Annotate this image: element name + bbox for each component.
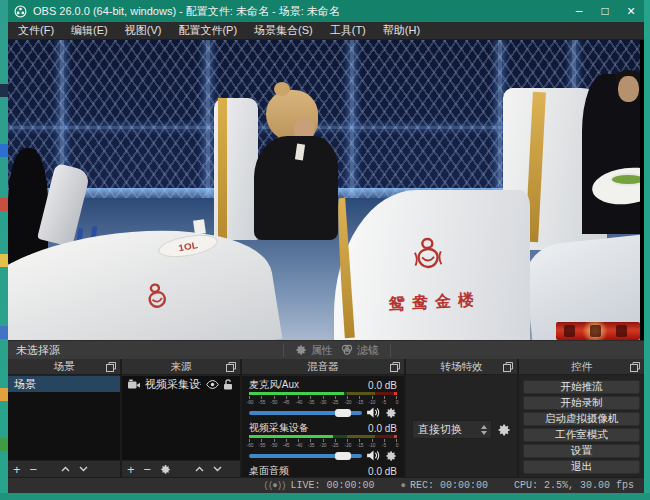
remove-scene-button[interactable]: −	[30, 463, 38, 476]
menu-profile[interactable]: 配置文件(P)	[178, 23, 237, 38]
sources-list: 视频采集设备 + −	[122, 376, 240, 477]
scenes-list: 场景 + −	[8, 376, 120, 477]
exit-button[interactable]: 退出	[523, 460, 640, 474]
controls-body: 开始推流 开始录制 启动虚拟摄像机 工作室模式 设置 退出	[519, 376, 644, 477]
scenes-toolbar: + −	[8, 460, 120, 477]
volume-meter	[249, 392, 397, 395]
start-streaming-button[interactable]: 开始推流	[523, 380, 640, 394]
channel-name: 麦克风/Aux	[249, 378, 299, 392]
menu-tools[interactable]: 工具(T)	[330, 23, 366, 38]
channel-name: 桌面音频	[249, 464, 289, 477]
filters-button[interactable]: 滤镜	[337, 343, 383, 358]
source-down-button[interactable]	[213, 466, 222, 472]
wall-frame	[498, 40, 502, 200]
source-context-toolbar: 未选择源 属性 滤镜	[8, 340, 644, 359]
lock-icon[interactable]	[224, 379, 234, 390]
transition-gear-icon[interactable]	[497, 423, 511, 437]
properties-button[interactable]: 属性	[291, 343, 337, 358]
popout-icon[interactable]	[106, 362, 116, 372]
start-virtual-camera-button[interactable]: 启动虚拟摄像机	[523, 412, 640, 426]
source-properties-button[interactable]	[160, 464, 171, 475]
menu-help[interactable]: 帮助(H)	[383, 23, 420, 38]
status-bar: ((●)) LIVE: 00:00:00 ● REC: 00:00:00 CPU…	[8, 477, 644, 493]
channel-gear-icon[interactable]	[385, 450, 397, 462]
mixer-title: 混音器	[307, 360, 339, 374]
volume-slider-handle[interactable]	[335, 409, 351, 417]
visibility-eye-icon[interactable]	[206, 380, 219, 389]
video-capture-icon	[128, 379, 140, 389]
channel-gear-icon[interactable]	[385, 407, 397, 419]
scene-item-selected[interactable]: 场景	[8, 376, 120, 392]
speaker-icon[interactable]	[367, 407, 380, 418]
controls-panel: 控件 开始推流 开始录制 启动虚拟摄像机 工作室模式 设置 退出	[519, 359, 644, 477]
popout-icon[interactable]	[503, 362, 513, 372]
desktop-icon-fragment	[0, 84, 8, 97]
sources-panel: 来源 视频采集设备	[122, 359, 240, 477]
volume-meter	[249, 435, 397, 438]
remove-source-button[interactable]: −	[144, 463, 152, 476]
transitions-header: 转场特效	[406, 359, 517, 375]
desktop-edge-right	[644, 0, 650, 500]
popout-icon[interactable]	[390, 362, 400, 372]
table-sign-text: 1OL	[178, 239, 199, 252]
transitions-title: 转场特效	[441, 360, 483, 374]
close-button[interactable]: ×	[618, 0, 644, 22]
scenes-header: 场景	[8, 359, 120, 375]
controls-title: 控件	[571, 360, 592, 374]
volume-slider-handle[interactable]	[335, 452, 351, 460]
live-status: ((●)) LIVE: 00:00:00	[264, 480, 375, 491]
source-item[interactable]: 视频采集设备	[122, 376, 240, 392]
speaker-icon[interactable]	[367, 450, 380, 461]
menu-scene-collection[interactable]: 场景集合(S)	[254, 23, 313, 38]
wall-frame	[350, 40, 354, 200]
table-card	[193, 219, 206, 234]
transitions-body: 直接切换	[406, 376, 517, 477]
channel-name: 视频采集设备	[249, 421, 309, 435]
rec-status: ● REC: 00:00:00	[401, 480, 488, 491]
desktop-icon-fragment	[0, 326, 8, 339]
source-up-button[interactable]	[195, 466, 204, 472]
maximize-button[interactable]: □	[592, 0, 618, 22]
properties-label: 属性	[311, 343, 333, 358]
sources-toolbar: + −	[122, 460, 240, 477]
transition-select[interactable]: 直接切换	[412, 420, 492, 439]
meter-scale: -60-55-50-45-40-35-30-25-20-15-10-50	[249, 396, 397, 405]
mixer-channel: 麦克风/Aux 0.0 dB -60-55-50-45-40-35-30-25-…	[249, 379, 397, 419]
transition-selected-value: 直接切换	[413, 422, 477, 437]
add-scene-button[interactable]: +	[13, 463, 21, 476]
scene-item-label: 场景	[14, 377, 36, 392]
studio-mode-button[interactable]: 工作室模式	[523, 428, 640, 442]
popout-icon[interactable]	[630, 362, 640, 372]
volume-slider[interactable]	[249, 454, 362, 458]
rec-timer: REC: 00:00:00	[410, 480, 488, 491]
desktop-edge-bottom	[0, 493, 650, 500]
bottom-dock: 场景 场景 + −	[8, 359, 644, 477]
mixer-panel: 混音器 麦克风/Aux 0.0 dB -60-55-50-45-40-35-30…	[242, 359, 404, 477]
menu-view[interactable]: 视图(V)	[125, 23, 162, 38]
menu-edit[interactable]: 编辑(E)	[71, 23, 108, 38]
volume-slider[interactable]	[249, 411, 362, 415]
popout-icon[interactable]	[226, 362, 236, 372]
menu-bar: 文件(F) 编辑(E) 视图(V) 配置文件(P) 场景集合(S) 工具(T) …	[8, 22, 644, 40]
preview-canvas[interactable]: 鸳鸯金楼 1OL	[8, 40, 644, 340]
meter-scale: -60-55-50-45-40-35-30-25-20-15-10-50	[249, 439, 397, 448]
plate-right	[610, 173, 640, 186]
start-recording-button[interactable]: 开始录制	[523, 396, 640, 410]
scenes-panel: 场景 场景 + −	[8, 359, 120, 477]
spinner-arrows-icon[interactable]	[477, 425, 491, 435]
settings-button[interactable]: 设置	[523, 444, 640, 458]
menu-file[interactable]: 文件(F)	[18, 23, 54, 38]
desktop-icon-fragment	[0, 388, 8, 401]
woman-topknot	[274, 82, 290, 96]
add-source-button[interactable]: +	[127, 463, 135, 476]
mixer-channel: 视频采集设备 0.0 dB -60-55-50-45-40-35-30-25-2…	[249, 422, 397, 462]
minimize-button[interactable]: –	[566, 0, 592, 22]
channel-db: 0.0 dB	[368, 380, 397, 391]
desktop-icon-fragment	[0, 198, 8, 211]
scene-down-button[interactable]	[79, 466, 88, 472]
scenes-title: 场景	[54, 360, 75, 374]
desktop-icon-fragment	[0, 144, 8, 157]
wall-frame	[206, 40, 210, 200]
filters-label: 滤镜	[357, 343, 379, 358]
scene-up-button[interactable]	[61, 466, 70, 472]
